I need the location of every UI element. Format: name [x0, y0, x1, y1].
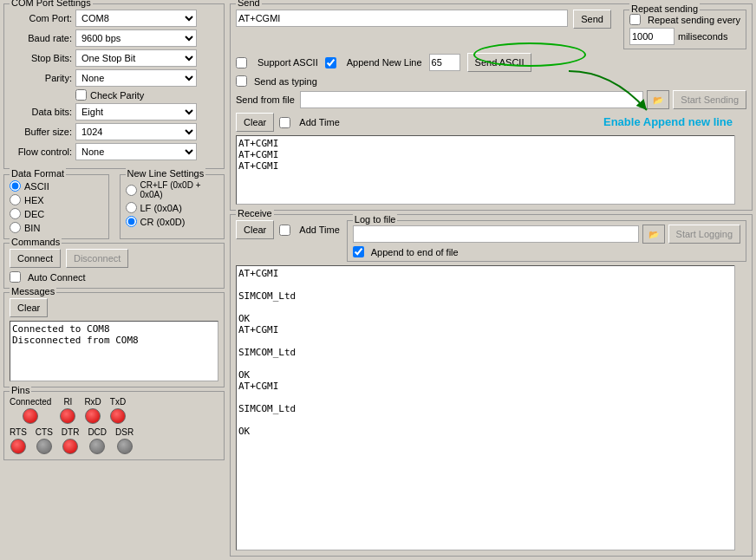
- pin-dcd: DCD: [88, 427, 107, 454]
- pins-row-1: Connected RI RxD TxD: [10, 397, 218, 424]
- receive-content: AT+CGMISIMCOM_LtdOKAT+CGMISIMCOM_LtdOKAT…: [238, 268, 732, 448]
- data-format-title: Data Format: [10, 168, 66, 179]
- messages-clear-button[interactable]: Clear: [10, 298, 48, 317]
- auto-connect-checkbox[interactable]: [10, 271, 21, 283]
- messages-group: Messages Clear Connected to COM8Disconne…: [3, 292, 225, 387]
- repeat-sending-group: Repeat sending Repeat sending every mili…: [623, 10, 746, 49]
- disconnect-button[interactable]: Disconnect: [66, 249, 128, 268]
- pins-row-2: RTS CTS DTR DCD DSR: [10, 427, 218, 454]
- stop-bits-select[interactable]: One Stop Bit: [75, 49, 197, 67]
- receive-text-area: AT+CGMISIMCOM_LtdOKAT+CGMISIMCOM_LtdOKAT…: [236, 265, 746, 550]
- data-format-hex-row: HEX: [10, 194, 103, 205]
- data-bits-label: Data bits:: [10, 107, 72, 117]
- baud-rate-label: Baud rate:: [10, 33, 72, 43]
- newline-lf-radio[interactable]: [126, 202, 137, 213]
- pin-connected: Connected: [10, 397, 51, 424]
- repeat-checkbox[interactable]: [629, 14, 641, 25]
- flow-control-select[interactable]: None: [75, 143, 197, 160]
- send-clear-row: Clear Add Time: [236, 113, 746, 132]
- send-from-file-label: Send from file: [236, 94, 295, 105]
- newline-cr-radio[interactable]: [126, 216, 137, 227]
- data-format-hex-radio[interactable]: [10, 194, 21, 205]
- repeat-value-input[interactable]: [629, 28, 675, 45]
- send-title: Send: [236, 0, 262, 8]
- commands-title: Commands: [10, 237, 62, 247]
- data-bits-select[interactable]: Eight: [75, 103, 197, 120]
- newline-crlf-radio[interactable]: [126, 185, 137, 196]
- newline-lf-label: LF (0x0A): [140, 203, 182, 213]
- pin-txd-label: TxD: [110, 397, 126, 407]
- parity-label: Parity:: [10, 73, 72, 83]
- data-format-ascii-radio[interactable]: [10, 180, 21, 192]
- com-port-settings-title: COM Port Settings: [10, 0, 93, 8]
- flow-control-row: Flow control: None: [10, 143, 218, 160]
- buffer-size-select[interactable]: 1024: [75, 123, 197, 140]
- data-format-dec-row: DEC: [10, 208, 103, 219]
- pin-connected-label: Connected: [10, 397, 51, 407]
- data-format-dec-label: DEC: [24, 209, 44, 219]
- pin-dtr-label: DTR: [62, 427, 80, 437]
- send-top-section: Send Repeat sending Repeat sending every…: [236, 10, 746, 49]
- data-format-group: Data Format ASCII HEX DEC: [3, 174, 109, 239]
- send-file-browse-button[interactable]: 📂: [647, 90, 669, 109]
- receive-add-time-checkbox[interactable]: [279, 225, 290, 236]
- flow-control-label: Flow control:: [10, 147, 72, 157]
- pin-dsr: DSR: [115, 427, 134, 454]
- ascii-number-input[interactable]: [429, 54, 460, 71]
- data-format-ascii-row: ASCII: [10, 180, 103, 192]
- log-file-browse-button[interactable]: 📂: [642, 225, 665, 244]
- new-line-settings-title: New Line Settings: [126, 168, 206, 179]
- newline-cr-label: CR (0x0D): [140, 217, 186, 227]
- pin-dcd-label: DCD: [88, 427, 107, 437]
- support-ascii-checkbox[interactable]: [236, 57, 247, 68]
- pin-ri-label: RI: [63, 397, 72, 407]
- check-parity-row: Check Parity: [10, 89, 218, 101]
- send-command-input[interactable]: [236, 10, 568, 27]
- send-button[interactable]: Send: [573, 10, 611, 29]
- send-ascii-button[interactable]: Send ASCII: [467, 53, 532, 72]
- append-newline-checkbox[interactable]: [325, 57, 336, 68]
- baud-rate-row: Baud rate: 9600 bps: [10, 29, 218, 47]
- com-port-select[interactable]: COM8: [75, 10, 197, 27]
- receive-controls-left: Clear Add Time: [236, 220, 340, 239]
- pin-cts: CTS: [36, 427, 53, 454]
- parity-select[interactable]: None: [75, 69, 197, 87]
- append-newline-label: Append New Line: [347, 57, 422, 68]
- baud-rate-select[interactable]: 9600 bps: [75, 29, 197, 47]
- pin-dsr-label: DSR: [115, 427, 134, 437]
- log-file-row: 📂 Start Logging: [353, 225, 740, 244]
- send-textarea-container: AT+CGMIAT+CGMIAT+CGMI: [236, 135, 746, 205]
- append-to-file-label: Append to end of file: [371, 247, 459, 257]
- log-file-input[interactable]: [353, 225, 639, 243]
- buffer-size-row: Buffer size: 1024: [10, 123, 218, 140]
- connect-button[interactable]: Connect: [10, 249, 61, 268]
- data-format-bin-radio[interactable]: [10, 222, 21, 233]
- receive-textarea-container: AT+CGMISIMCOM_LtdOKAT+CGMISIMCOM_LtdOKAT…: [236, 265, 746, 550]
- auto-connect-label: Auto Connect: [28, 272, 86, 283]
- send-file-input[interactable]: [300, 91, 643, 108]
- send-add-time-checkbox[interactable]: [279, 117, 290, 128]
- receive-group: Receive Clear Add Time Log to file 📂: [230, 214, 753, 557]
- receive-clear-button[interactable]: Clear: [236, 220, 274, 239]
- start-logging-button[interactable]: Start Logging: [668, 225, 740, 244]
- commands-group: Commands Connect Disconnect Auto Connect: [3, 243, 225, 289]
- append-to-file-checkbox[interactable]: [353, 246, 364, 257]
- data-format-dec-radio[interactable]: [10, 208, 21, 219]
- check-parity-checkbox[interactable]: [75, 89, 87, 101]
- com-port-row: Com Port: COM8: [10, 10, 218, 27]
- pin-connected-light: [23, 408, 38, 424]
- miliseconds-label: miliseconds: [678, 31, 727, 42]
- pin-ri: RI: [60, 397, 75, 424]
- receive-scrollbar[interactable]: [734, 265, 746, 550]
- send-clear-button[interactable]: Clear: [236, 113, 274, 132]
- auto-connect-row: Auto Connect: [10, 271, 218, 283]
- parity-row: Parity: None: [10, 69, 218, 87]
- newline-cr-row: CR (0x0D): [126, 216, 219, 227]
- com-port-label: Com Port:: [10, 13, 72, 23]
- pin-cts-light: [36, 439, 52, 454]
- send-as-typing-checkbox[interactable]: [236, 75, 247, 87]
- messages-content: Connected to COM8Disconnected from COM8: [12, 323, 216, 346]
- send-scrollbar[interactable]: [734, 135, 746, 205]
- start-sending-button[interactable]: Start Sending: [673, 90, 746, 109]
- data-format-radio-group: ASCII HEX DEC BIN: [10, 180, 103, 233]
